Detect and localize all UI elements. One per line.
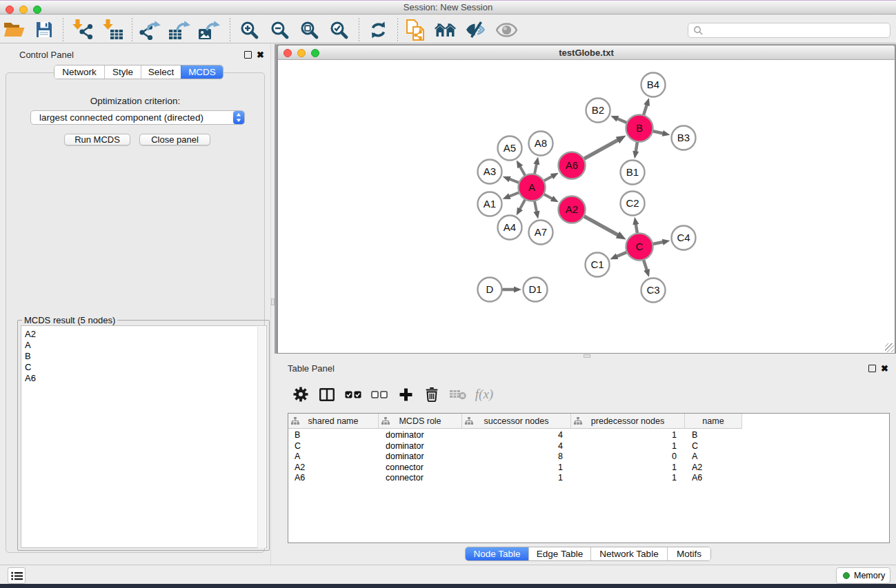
split-columns-button[interactable] (314, 381, 340, 408)
add-button[interactable] (392, 381, 419, 408)
node-D1[interactable]: D1 (524, 278, 548, 302)
tab-motifs[interactable]: Motifs (667, 547, 710, 560)
gear-button[interactable] (288, 381, 314, 408)
cell[interactable]: 1 (462, 473, 563, 483)
refresh-layout-button[interactable] (366, 18, 390, 41)
cell[interactable]: 8 (462, 452, 563, 462)
tab-network-table[interactable]: Network Table (590, 547, 667, 560)
tab-style[interactable]: Style (104, 65, 141, 79)
node-A4[interactable]: A4 (498, 216, 522, 240)
tab-node-table[interactable]: Node Table (466, 547, 528, 560)
node-A6[interactable]: A6 (559, 152, 586, 179)
column-header-successor-nodes[interactable]: successor nodes (462, 414, 571, 429)
mcds-result-list[interactable]: A2ABCA6 (21, 325, 267, 548)
cell[interactable]: dominator (386, 452, 424, 462)
cell[interactable]: dominator (386, 430, 424, 440)
node-C4[interactable]: C4 (672, 226, 696, 250)
edge-A6-B[interactable] (582, 139, 619, 159)
import-table-button[interactable] (101, 18, 126, 41)
float-panel-icon[interactable] (244, 51, 252, 59)
node-A5[interactable]: A5 (498, 136, 522, 161)
criterion-select[interactable]: largest connected component (directed) (30, 110, 245, 125)
node-A1[interactable]: A1 (478, 192, 502, 216)
run-mcds-button[interactable]: Run MCDS (64, 134, 130, 145)
float-table-panel-icon[interactable] (868, 365, 876, 372)
column-header-name[interactable]: name (685, 414, 742, 429)
cell[interactable]: B (692, 430, 697, 440)
zoom-fit-button[interactable] (297, 18, 321, 41)
result-scrollbar[interactable] (257, 327, 266, 548)
zoom-selected-button[interactable] (326, 18, 351, 41)
column-header-predecessor-nodes[interactable]: predecessor nodes (571, 414, 685, 429)
node-C3[interactable]: C3 (641, 278, 666, 303)
search-input[interactable] (688, 23, 890, 38)
cell[interactable]: 1 (571, 441, 677, 452)
cell[interactable]: A6 (692, 473, 702, 483)
cell[interactable]: 4 (462, 430, 563, 440)
save-session-button[interactable] (32, 18, 57, 41)
result-item[interactable]: A6 (25, 373, 36, 384)
cell[interactable]: 1 (571, 430, 677, 440)
node-B2[interactable]: B2 (586, 99, 610, 123)
node-A2[interactable]: A2 (559, 196, 586, 223)
show-all-button[interactable] (494, 18, 519, 41)
first-neighbors-button[interactable] (433, 18, 458, 41)
node-A8[interactable]: A8 (529, 132, 553, 156)
tab-select[interactable]: Select (141, 65, 181, 79)
node-B1[interactable]: B1 (621, 161, 645, 185)
cell[interactable]: dominator (386, 441, 424, 452)
cell[interactable]: A (692, 452, 697, 462)
hide-selected-button[interactable] (464, 18, 488, 41)
network-window-titlebar[interactable]: testGlobe.txt (278, 45, 895, 60)
panel-selector-button[interactable] (8, 567, 26, 584)
result-item[interactable]: C (25, 362, 36, 373)
divider-knob[interactable] (584, 354, 590, 358)
cell[interactable]: A (295, 452, 300, 462)
cell[interactable]: 4 (462, 441, 563, 452)
node-C1[interactable]: C1 (586, 253, 610, 277)
close-table-panel-icon[interactable]: ✖ (881, 365, 888, 372)
cell[interactable]: 1 (571, 463, 677, 473)
result-item[interactable]: A2 (25, 329, 36, 340)
node-A[interactable]: A (519, 174, 546, 201)
result-item[interactable]: A (25, 340, 36, 351)
zoom-in-button[interactable] (237, 18, 261, 41)
zoom-out-button[interactable] (267, 18, 292, 41)
node-A3[interactable]: A3 (478, 160, 502, 184)
clear-checkboxes-button[interactable] (366, 381, 392, 408)
tab-edge-table[interactable]: Edge Table (528, 547, 590, 560)
cell[interactable]: C (295, 441, 301, 452)
new-network-from-selection-button[interactable] (404, 18, 428, 41)
open-session-button[interactable] (1, 18, 26, 41)
export-image-button[interactable] (197, 18, 222, 41)
network-canvas[interactable]: AA1A2A3A4A5A6A7A8BB1B2B3B4CC1C2C3C4DD1 (278, 61, 895, 353)
node-B[interactable]: B (626, 115, 653, 142)
memory-button[interactable]: Memory (836, 567, 890, 584)
close-panel-button[interactable]: Close panel (139, 134, 210, 145)
node-B3[interactable]: B3 (672, 126, 696, 150)
tab-network[interactable]: Network (54, 65, 104, 79)
node-D[interactable]: D (478, 278, 502, 302)
node-C2[interactable]: C2 (621, 192, 645, 216)
cell[interactable]: A2 (692, 463, 702, 473)
tab-mcds[interactable]: MCDS (181, 65, 223, 79)
cell[interactable]: A2 (295, 463, 305, 473)
export-network-button[interactable] (138, 18, 163, 41)
horizontal-split-divider[interactable] (275, 354, 896, 358)
import-network-button[interactable] (70, 18, 95, 41)
close-panel-icon[interactable]: ✖ (257, 51, 264, 59)
column-header-shared-name[interactable]: shared name (288, 414, 379, 429)
cell[interactable]: A6 (295, 473, 305, 483)
node-C[interactable]: C (626, 234, 653, 261)
cell[interactable]: 1 (462, 463, 563, 473)
cell[interactable]: 1 (571, 473, 677, 483)
result-item[interactable]: B (25, 351, 36, 362)
select-all-checkboxes-button[interactable] (340, 381, 366, 408)
delete-button[interactable] (419, 381, 445, 408)
cell[interactable]: 0 (571, 452, 677, 462)
node-A7[interactable]: A7 (529, 221, 553, 245)
resize-grip-icon[interactable] (885, 343, 894, 352)
cell[interactable]: connector (386, 463, 424, 473)
edge-A2-C[interactable] (582, 215, 619, 235)
cell[interactable]: B (295, 430, 300, 440)
